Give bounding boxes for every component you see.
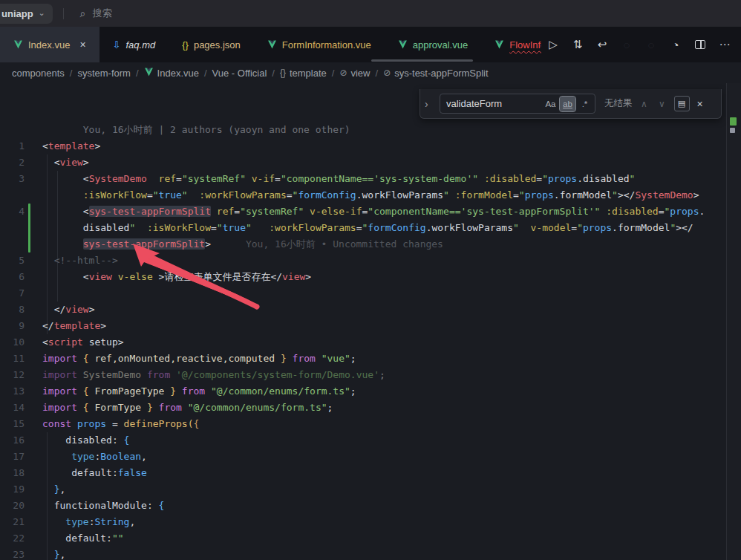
code-text: import { FromPageType } from "@/common/e… [25,383,356,400]
code-text: import SystemDemo from '@/components/sys… [25,367,385,383]
whole-word-toggle[interactable]: ab [560,97,575,111]
vscode-window: uniapp ⌄ ⌕ 搜索 Index.vue×⇩faq.md{}pages.j… [0,0,741,560]
overview-ruler[interactable] [726,83,741,560]
next-match-button[interactable]: ∨ [656,99,668,109]
code-line[interactable]: sys-test-appFormSplit> You, 16小时前 • Unco… [0,236,741,253]
match-case-toggle[interactable]: Aa [543,97,558,111]
code-line[interactable]: You, 16小时前 | 2 authors (yaoyn and one ot… [0,122,741,138]
line-number: 8 [0,302,25,318]
code-text: </view> [25,302,94,318]
code-line[interactable]: 19 }, [0,481,741,498]
breadcrumb-label: sys-test-appFormSplit [394,68,488,79]
tab-FlowInfo.vu[interactable]: FlowInfo.vu [481,27,541,62]
split-editor-button[interactable] [691,36,709,53]
code-line[interactable]: 23 }, [0,547,741,560]
tab-Index.vue[interactable]: Index.vue× [0,27,99,62]
code-text: You, 16小时前 | 2 authors (yaoyn and one ot… [25,122,350,138]
code-line[interactable]: 14import { FormType } from "@/common/enu… [0,400,741,416]
breadcrumb-item-Index.vue[interactable]: Index.vue [144,68,199,79]
breadcrumb-item-system-form[interactable]: system-form [77,68,131,79]
line-number: 5 [0,253,25,269]
breadcrumb-item-view[interactable]: ⊘view [339,68,370,79]
breadcrumb-separator: / [70,68,73,79]
code-line[interactable]: :isWorkFlow="true" :workFlowParams="form… [0,187,741,204]
code-text: disabled" :isWorkFlow="true" :workFlowPa… [25,220,693,236]
code-text: }, [25,547,65,560]
code-line[interactable]: 21 type:String, [0,514,741,530]
code-line[interactable]: 2 <view> [0,154,741,171]
code-line[interactable]: 20 functionalModule: { [0,498,741,514]
code-line[interactable]: 22 default:"" [0,530,741,547]
find-in-selection-toggle[interactable]: ▤ [674,96,690,111]
line-number: 2 [0,154,25,171]
vue-file-icon [144,68,154,79]
breadcrumb-item-components[interactable]: components [12,68,65,79]
line-number: 12 [0,367,25,383]
code-line[interactable]: 13import { FromPageType } from "@/common… [0,383,741,400]
close-icon[interactable]: × [79,39,85,51]
split-editor-icon [695,40,705,49]
line-number: 4 [0,204,25,220]
open-changes-button[interactable]: ↩ [593,36,611,53]
code-text [25,285,42,302]
code-line[interactable]: 18 default:false [0,465,741,481]
code-line[interactable]: 7 [0,285,741,302]
global-search[interactable]: ⌕ 搜索 [80,7,112,20]
tab-faq.md[interactable]: ⇩faq.md [99,27,169,62]
line-number: 18 [0,465,25,481]
code-line[interactable]: 6 <view v-else >请检查表单文件是否存在</view> [0,269,741,285]
code-line[interactable]: 10<script setup> [0,334,741,351]
tab-approval.vue[interactable]: approval.vue [385,27,481,62]
run-button[interactable]: ▷ [544,36,562,53]
code-line[interactable]: 11import { ref,onMounted,reactive,comput… [0,351,741,367]
git-compare-button[interactable]: ⇅ [569,36,587,53]
breadcrumb-label: components [12,68,65,79]
line-number [0,236,25,253]
next-change-button[interactable]: ◌ [642,36,660,53]
regex-toggle[interactable]: .* [577,97,593,111]
line-number: 16 [0,432,25,449]
line-number: 23 [0,547,25,560]
tab-pages.json[interactable]: {}pages.json [169,27,254,62]
tab-label: faq.md [125,39,155,51]
workspace-selector[interactable]: uniapp ⌄ [0,4,53,24]
run-timeline-button[interactable]: ◔ [667,36,685,53]
code-line[interactable]: 17 type:Boolean, [0,449,741,465]
code-line[interactable]: 5 <!--html--> [0,253,741,269]
editor[interactable]: You, 16小时前 | 2 authors (yaoyn and one ot… [0,83,741,560]
workspace-name: uniapp [1,8,33,19]
code-line[interactable]: 1<template> [0,138,741,154]
line-number: 9 [0,318,25,334]
code-line[interactable]: disabled" :isWorkFlow="true" :workFlowPa… [0,220,741,236]
breadcrumb-separator: / [272,68,275,79]
tabbar-scrollbar[interactable] [371,59,473,62]
breadcrumb-item-template[interactable]: {}template [280,68,327,79]
breadcrumb-item-Vue - Official[interactable]: Vue - Official [212,68,267,79]
search-icon: ⌕ [80,7,86,20]
json-file-icon: {} [182,39,189,51]
code-text: type:String, [25,514,135,530]
code-line[interactable]: 16 disabled: { [0,432,741,449]
more-actions-button[interactable]: ⋯ [716,36,734,53]
code-line[interactable]: 8 </view> [0,302,741,318]
code-line[interactable]: 3 <SystemDemo ref="systemRef" v-if="comp… [0,171,741,187]
close-find-widget-button[interactable]: × [697,98,703,110]
breadcrumb: components/system-form/Index.vue/Vue - O… [0,62,741,83]
find-input[interactable] [446,98,541,109]
breadcrumb-item-sys-test-appFormSplit[interactable]: ⊘sys-test-appFormSplit [383,68,488,79]
chevron-down-icon: ⌄ [39,8,45,18]
toggle-replace-chevron-icon[interactable]: › [425,98,434,110]
prev-change-button[interactable]: ◌ [618,36,636,53]
code-line[interactable]: 4 <sys-test-appFormSplit ref="systemRef"… [0,204,741,220]
code-line[interactable]: 12import SystemDemo from '@/components/s… [0,367,741,383]
breadcrumb-separator: / [136,68,139,79]
code-line[interactable]: 9</template> [0,318,741,334]
tab-FormInformation.vue[interactable]: FormInformation.vue [254,27,385,62]
code-line[interactable]: 15const props = defineProps({ [0,416,741,432]
breadcrumb-label: view [350,68,370,79]
tab-bar: Index.vue×⇩faq.md{}pages.jsonFormInforma… [0,27,741,62]
titlebar-divider [63,8,64,19]
line-number: 14 [0,400,25,416]
code-area: You, 16小时前 | 2 authors (yaoyn and one ot… [0,122,741,560]
previous-match-button[interactable]: ∧ [639,99,650,109]
